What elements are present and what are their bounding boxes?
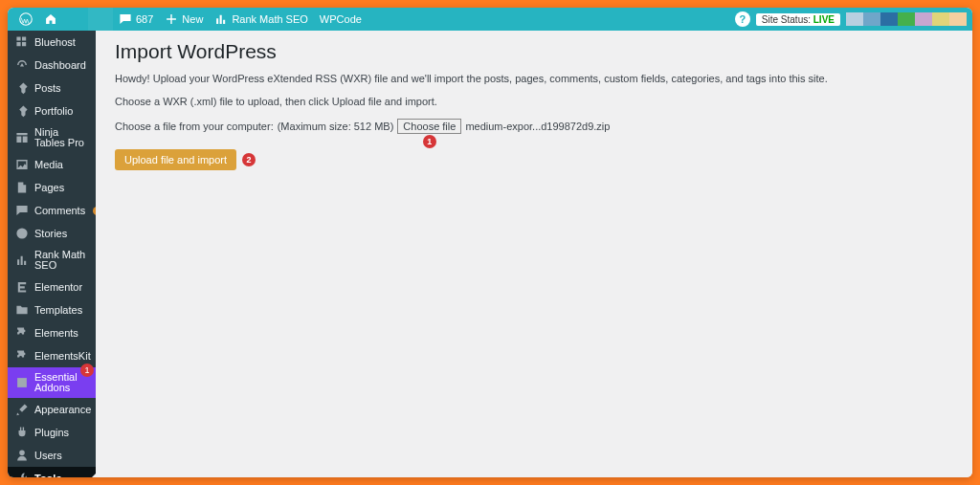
- gauge-icon: [15, 58, 29, 72]
- wordpress-icon: [19, 12, 33, 26]
- folder-icon: [15, 303, 29, 317]
- media-icon: [15, 158, 29, 171]
- color-chip[interactable]: [846, 12, 863, 26]
- instruction-text: Choose a WXR (.xml) file to upload, then…: [115, 96, 953, 107]
- sidebar-item-label: Comments: [34, 206, 85, 216]
- help-button[interactable]: ?: [735, 11, 750, 27]
- sidebar-item-label: Media: [34, 160, 63, 170]
- sidebar-item-elements[interactable]: Elements: [8, 321, 96, 344]
- sidebar-item-label: Elements: [34, 328, 78, 339]
- admin-sidebar: BluehostDashboardPostsPortfolioNinja Tab…: [8, 31, 96, 477]
- plug-icon: [15, 426, 29, 439]
- sidebar-item-label: Posts: [34, 83, 61, 94]
- sidebar-item-tools[interactable]: Tools: [8, 467, 96, 477]
- sidebar-item-label: Plugins: [34, 428, 69, 438]
- sidebar-item-ninja-tables-pro[interactable]: Ninja Tables Pro: [8, 122, 96, 153]
- sidebar-item-elementor[interactable]: Elementor: [8, 276, 96, 298]
- page-icon: [15, 181, 29, 194]
- admin-topbar: 687 New Rank Math SEO WPCode ? Site Stat…: [8, 8, 972, 31]
- chart-icon: [214, 12, 228, 26]
- sidebar-item-label: Portfolio: [34, 106, 73, 117]
- brush-icon: [15, 403, 29, 416]
- annotation-marker-1: 1: [423, 135, 436, 148]
- sidebar-item-label: Bluehost: [34, 37, 76, 48]
- choose-file-button[interactable]: Choose file 1: [397, 119, 461, 134]
- notif-badge: 1: [80, 364, 94, 377]
- sidebar-item-dashboard[interactable]: Dashboard: [8, 54, 96, 77]
- sidebar-item-label: Appearance: [34, 405, 91, 415]
- comment-count: 687: [136, 13, 153, 25]
- sidebar-item-bluehost[interactable]: Bluehost: [8, 31, 96, 54]
- sidebar-item-label: Users: [34, 451, 62, 461]
- chart-icon: [15, 254, 29, 267]
- pin-icon: [15, 81, 29, 95]
- color-chips: [846, 12, 967, 26]
- sidebar-item-label: Elementor: [34, 282, 82, 293]
- color-chip[interactable]: [880, 12, 898, 26]
- sidebar-item-label: Tools: [34, 474, 62, 478]
- sidebar-item-media[interactable]: Media: [8, 153, 96, 176]
- sidebar-item-label: Ninja Tables Pro: [34, 127, 88, 148]
- puzzle-icon: [15, 349, 29, 363]
- color-chip[interactable]: [932, 12, 949, 26]
- color-chip[interactable]: [915, 12, 932, 26]
- sidebar-item-essential-addons[interactable]: Essential Addons1: [8, 367, 96, 398]
- color-chip[interactable]: [949, 12, 967, 26]
- plus-icon: [165, 12, 178, 26]
- pin-icon: [15, 104, 29, 118]
- sidebar-item-label: Rank Math SEO: [34, 250, 88, 271]
- sidebar-item-users[interactable]: Users: [8, 444, 96, 467]
- home-link[interactable]: [38, 8, 63, 31]
- max-size-label: (Maximum size: 512 MB): [278, 121, 394, 132]
- count-pill: 687: [93, 207, 96, 215]
- sidebar-item-posts[interactable]: Posts: [8, 77, 96, 99]
- topbar-blank-2[interactable]: [88, 8, 113, 31]
- ea-icon: [15, 376, 29, 389]
- wrench-icon: [15, 472, 29, 477]
- new-label: New: [182, 13, 203, 25]
- sidebar-item-portfolio[interactable]: Portfolio: [8, 99, 96, 122]
- sidebar-item-templates[interactable]: Templates: [8, 298, 96, 321]
- sidebar-item-label: Stories: [34, 229, 67, 239]
- sidebar-item-plugins[interactable]: Plugins: [8, 421, 96, 444]
- wp-logo[interactable]: [13, 8, 38, 31]
- comments-link[interactable]: 687: [113, 8, 159, 31]
- grid-icon: [15, 35, 29, 49]
- home-icon: [44, 12, 57, 26]
- page-title: Import WordPress: [115, 40, 953, 63]
- sidebar-item-appearance[interactable]: Appearance: [8, 398, 96, 421]
- circle-icon: [15, 227, 29, 240]
- site-status-badge[interactable]: Site Status: LIVE: [756, 13, 840, 26]
- color-chip[interactable]: [898, 12, 915, 26]
- e-icon: [15, 280, 29, 294]
- wpcode-link[interactable]: WPCode: [314, 8, 368, 31]
- sidebar-item-stories[interactable]: Stories: [8, 222, 96, 245]
- file-select-row: Choose a file from your computer: (Maxim…: [115, 119, 953, 134]
- intro-text: Howdy! Upload your WordPress eXtended RS…: [115, 73, 953, 84]
- puzzle-icon: [15, 326, 29, 340]
- table-icon: [15, 131, 29, 144]
- comment-icon: [119, 12, 132, 26]
- sidebar-item-label: Templates: [34, 305, 82, 316]
- sidebar-item-label: Essential Addons: [34, 372, 88, 393]
- upload-file-button[interactable]: Upload file and import: [115, 149, 236, 170]
- annotation-marker-2: 2: [242, 153, 256, 166]
- wpcode-label: WPCode: [320, 13, 362, 25]
- new-link[interactable]: New: [159, 8, 209, 31]
- rankmath-link[interactable]: Rank Math SEO: [209, 8, 313, 31]
- sidebar-item-pages[interactable]: Pages: [8, 176, 96, 199]
- chosen-file-name: medium-expor...d199872d9.zip: [465, 121, 610, 132]
- user-icon: [15, 449, 29, 462]
- sidebar-item-comments[interactable]: Comments687: [8, 199, 96, 222]
- choose-prefix: Choose a file from your computer:: [115, 121, 274, 132]
- sidebar-item-label: Pages: [34, 183, 64, 193]
- topbar-blank-1[interactable]: [63, 8, 88, 31]
- sidebar-item-rank-math-seo[interactable]: Rank Math SEO: [8, 245, 96, 276]
- sidebar-item-label: Dashboard: [34, 60, 86, 71]
- sidebar-item-label: ElementsKit: [34, 351, 91, 362]
- main-content: Import WordPress Howdy! Upload your Word…: [96, 31, 972, 477]
- comment-icon: [15, 204, 29, 217]
- color-chip[interactable]: [863, 12, 880, 26]
- rankmath-label: Rank Math SEO: [232, 13, 307, 25]
